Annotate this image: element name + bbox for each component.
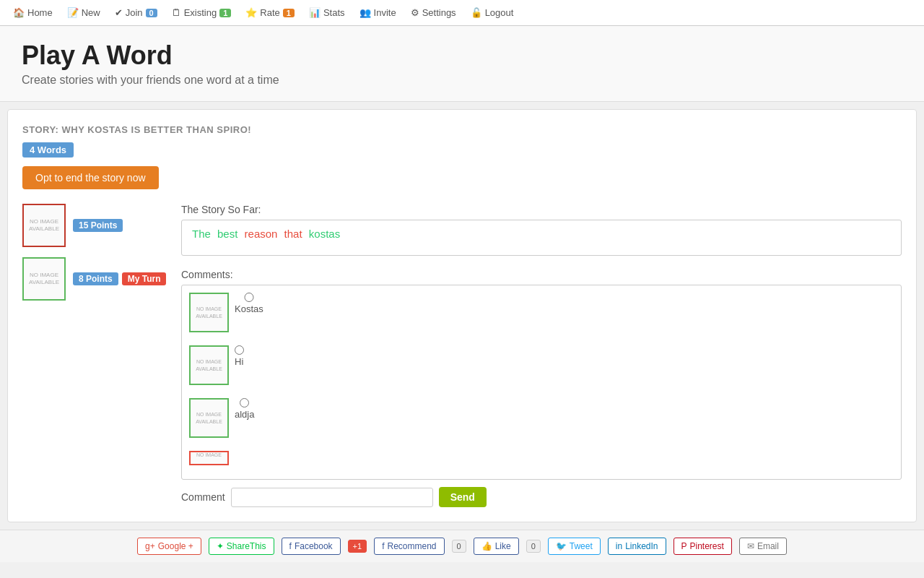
comment-radio-1[interactable]: [235, 293, 263, 302]
nav-stats[interactable]: 📊 Stats: [303, 4, 351, 21]
nav-existing[interactable]: 🗒 Existing 1: [166, 4, 237, 21]
existing-icon: 🗒: [172, 7, 181, 18]
home-icon: 🏠: [13, 7, 25, 18]
nav-new-label: New: [82, 7, 100, 18]
share-gplus[interactable]: g+ Google +: [137, 538, 201, 555]
nav-invite-label: Invite: [374, 7, 396, 18]
comment-avatar-1: NO IMAGEAVAILABLE: [189, 293, 229, 332]
logout-icon: 🔓: [471, 7, 482, 18]
comment-radio-3[interactable]: [235, 398, 254, 407]
like-icon: 👍: [481, 541, 492, 551]
share-recommend[interactable]: f Recommend: [374, 538, 444, 555]
nav-new[interactable]: 📝 New: [61, 4, 106, 21]
pinterest-label: Pinterest: [690, 541, 724, 551]
player-1-points: 15 Points: [73, 219, 123, 232]
story-word-4: that: [284, 228, 302, 240]
gplus-icon: g+: [145, 541, 155, 551]
facebook-label: Facebook: [295, 541, 333, 551]
linkedin-icon: in: [616, 541, 622, 551]
word-count-badge: 4 Words: [22, 142, 74, 158]
sharethis-label: ShareThis: [227, 541, 266, 551]
share-sharethis[interactable]: ✦ ShareThis: [209, 538, 274, 555]
join-icon: ✔: [115, 7, 123, 18]
existing-badge: 1: [219, 9, 231, 17]
share-facebook[interactable]: f Facebook: [282, 538, 341, 555]
player-1-badges: 15 Points: [73, 219, 123, 232]
story-word-3: reason: [245, 228, 278, 240]
comment-content-1: Kostas: [235, 293, 263, 314]
like-count: 0: [526, 540, 541, 553]
story-word-2: best: [217, 228, 237, 240]
story-word-1: The: [192, 228, 211, 240]
comment-author-1: Kostas: [235, 303, 263, 314]
comment-item-partial: NO IMAGE: [189, 451, 894, 465]
comment-input[interactable]: [231, 488, 433, 507]
footer-share-bar: g+ Google + ✦ ShareThis f Facebook +1 f …: [0, 530, 924, 562]
join-badge: 0: [146, 9, 157, 17]
recommend-label: Recommend: [387, 541, 436, 551]
comment-input-label: Comment: [181, 491, 225, 503]
nav-invite[interactable]: 👥 Invite: [354, 4, 402, 21]
main-content: STORY: WHY KOSTAS IS BETTER THAN SPIRO! …: [7, 109, 917, 522]
like-label: Like: [495, 541, 511, 551]
my-turn-badge: My Turn: [122, 272, 167, 285]
story-word-5: kostas: [309, 228, 340, 240]
page-header: Play A Word Create stories with your fri…: [0, 26, 924, 102]
page-title: Play A Word: [22, 40, 902, 71]
comment-author-2: Hi: [235, 356, 244, 367]
comments-label: Comments:: [181, 269, 902, 280]
player-2-points: 8 Points: [73, 272, 118, 285]
content-row: NO IMAGEAVAILABLE 15 Points NO IMAGEAVAI…: [22, 204, 902, 507]
email-label: Email: [757, 541, 779, 551]
comment-item-3: NO IMAGEAVAILABLE aldja: [189, 398, 894, 438]
story-so-far-label: The Story So Far:: [181, 204, 902, 215]
recommend-count: +1: [348, 540, 367, 553]
nav-home-label: Home: [27, 7, 53, 18]
facebook-icon: f: [289, 541, 292, 551]
share-email[interactable]: ✉ Email: [739, 538, 787, 555]
story-column: The Story So Far: The best reason that k…: [181, 204, 902, 507]
players-column: NO IMAGEAVAILABLE 15 Points NO IMAGEAVAI…: [22, 204, 167, 311]
tweet-label: Tweet: [570, 541, 593, 551]
player-card-2: NO IMAGEAVAILABLE 8 Points My Turn: [22, 257, 167, 301]
settings-icon: ⚙: [411, 7, 419, 18]
nav-home[interactable]: 🏠 Home: [7, 4, 58, 21]
end-story-button[interactable]: Opt to end the story now: [22, 166, 159, 189]
share-tweet[interactable]: 🐦 Tweet: [548, 538, 601, 555]
email-icon: ✉: [747, 541, 754, 551]
comment-avatar-partial: NO IMAGE: [189, 451, 229, 465]
nav-settings[interactable]: ⚙ Settings: [405, 4, 462, 21]
comment-content-3: aldja: [235, 398, 254, 420]
rate-badge: 1: [283, 9, 295, 17]
pinterest-icon: P: [681, 541, 687, 551]
nav-join[interactable]: ✔ Join 0: [109, 4, 163, 21]
share-like[interactable]: 👍 Like: [474, 538, 519, 555]
comment-author-3: aldja: [235, 409, 254, 420]
nav-join-label: Join: [126, 7, 143, 18]
page-subtitle: Create stories with your friends one wor…: [22, 74, 902, 87]
comment-input-row: Comment Send: [181, 487, 902, 507]
comment-radio-2[interactable]: [235, 345, 244, 355]
nav-settings-label: Settings: [422, 7, 456, 18]
story-title: STORY: WHY KOSTAS IS BETTER THAN SPIRO!: [22, 124, 902, 135]
comment-content-2: Hi: [235, 345, 244, 367]
gplus-label: Google +: [158, 541, 193, 551]
story-text-box: The best reason that kostas: [181, 220, 902, 256]
share-linkedin[interactable]: in LinkedIn: [608, 538, 666, 555]
send-button[interactable]: Send: [439, 487, 487, 507]
navbar: 🏠 Home 📝 New ✔ Join 0 🗒 Existing 1 ⭐ Rat…: [0, 0, 924, 26]
tweet-icon: 🐦: [556, 541, 567, 551]
recommend-icon: f: [382, 541, 384, 551]
comment-avatar-2: NO IMAGEAVAILABLE: [189, 345, 229, 385]
nav-stats-label: Stats: [323, 7, 345, 18]
stats-icon: 📊: [309, 7, 321, 18]
invite-icon: 👥: [359, 7, 371, 18]
comment-item-1: NO IMAGEAVAILABLE Kostas: [189, 293, 894, 332]
nav-rate[interactable]: ⭐ Rate 1: [240, 4, 300, 21]
nav-logout[interactable]: 🔓 Logout: [465, 4, 520, 21]
comment-item-2: NO IMAGEAVAILABLE Hi: [189, 345, 894, 385]
sharethis-icon: ✦: [217, 541, 224, 551]
comments-scroll-area[interactable]: NO IMAGEAVAILABLE Kostas NO IMAGEAVAILAB…: [181, 285, 902, 480]
player-card-1: NO IMAGEAVAILABLE 15 Points: [22, 204, 167, 247]
share-pinterest[interactable]: P Pinterest: [674, 538, 732, 555]
